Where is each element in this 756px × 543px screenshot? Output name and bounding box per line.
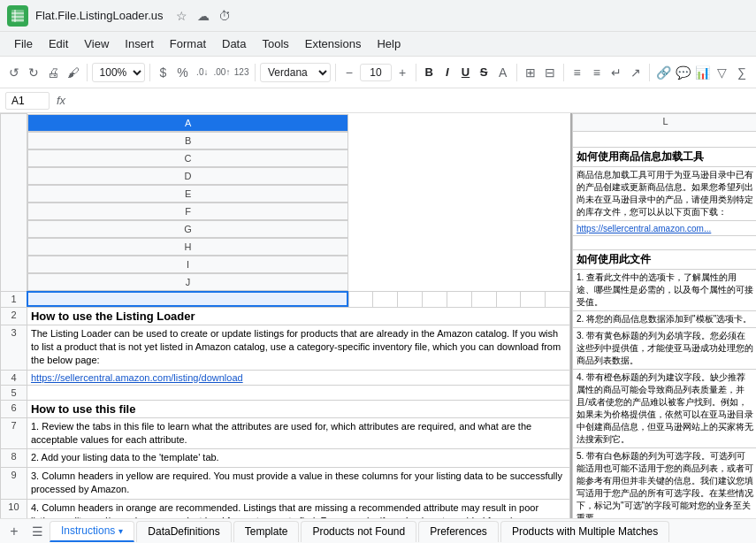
cell-a9-text: 3. Column headers in yellow are required…	[31, 470, 566, 497]
row-8: 8 2. Add your listing data to the 'templ…	[1, 449, 570, 467]
filter-button[interactable]: ▽	[714, 61, 731, 84]
comment-button[interactable]: 💬	[674, 61, 691, 84]
col-header-J[interactable]: J	[27, 273, 348, 291]
separator-4	[335, 64, 336, 81]
tab-preferences[interactable]: Preferences ▾	[418, 521, 499, 542]
align-left-button[interactable]: ≡	[569, 61, 586, 84]
right-r4-link[interactable]: https://sellercentral.amazon.com...	[577, 224, 711, 233]
text-rotate-button[interactable]: ↗	[627, 61, 645, 84]
cloud-icon[interactable]: ☁	[195, 8, 211, 24]
menu-help[interactable]: Help	[370, 34, 408, 53]
text-wrap-button[interactable]: ↵	[607, 61, 625, 84]
right-row-10: 4. 带有橙色标题的列为建议字段。缺少推荐属性的商品可能会导致商品列表质量差，并…	[573, 370, 757, 448]
sheet-list-button[interactable]: ☰	[27, 522, 48, 541]
tab-datadefinitions-label: DataDefinitions	[148, 525, 219, 538]
right-r7-text: 1. 查看此文件中的选项卡，了解属性的用途、哪些属性是必需的，以及每个属性的可接…	[577, 272, 754, 309]
decimal-decrease-button[interactable]: .0↓	[194, 61, 211, 84]
currency-button[interactable]: $	[154, 61, 172, 84]
right-r9-text: 3. 带有黄色标题的列为必填字段。您必须在这些列中提供值，才能使亚马逊成功处理您…	[577, 330, 754, 367]
separator-5	[416, 64, 416, 81]
tab-instructions[interactable]: Instructions ▾	[50, 521, 134, 542]
font-select[interactable]: Verdana Arial Times New Roman	[260, 63, 331, 82]
cell-a1[interactable]	[27, 291, 348, 307]
cell-a3-text: The Listing Loader can be used to create…	[31, 327, 566, 368]
cell-a3[interactable]: The Listing Loader can be used to create…	[27, 325, 569, 370]
title-bar: Flat.File.ListingLoader.us ☆ ☁ ⏱	[0, 0, 756, 32]
tab-products-multiple-matches[interactable]: Products with Multiple Matches ▾	[500, 521, 669, 542]
col-header-D[interactable]: D	[27, 167, 348, 185]
right-r2-text: 如何使用商品信息加载工具	[577, 150, 704, 163]
border-button[interactable]: ⊞	[521, 61, 538, 84]
row-4: 4 https://sellercentral.amazon.com/listi…	[1, 370, 570, 385]
zoom-select[interactable]: 100% 75% 50%	[92, 63, 145, 82]
cell-a7[interactable]: 1. Review the tabs in this file to learn…	[27, 417, 569, 449]
col-header-B[interactable]: B	[27, 132, 348, 149]
col-header-E[interactable]: E	[27, 185, 348, 203]
menu-edit[interactable]: Edit	[42, 34, 75, 53]
function-button[interactable]: ∑	[733, 61, 751, 84]
col-header-H[interactable]: H	[27, 238, 348, 256]
font-size-increase-button[interactable]: +	[393, 61, 411, 84]
col-header-G[interactable]: G	[27, 220, 348, 238]
cell-a9[interactable]: 3. Column headers in yellow are required…	[27, 467, 569, 499]
cell-a10[interactable]: 4. Column headers in orange are recommen…	[27, 499, 569, 518]
right-row-11: 5. 带有白色标题的列为可选字段。可选列可能适用也可能不适用于您的商品列表，或者…	[573, 448, 757, 519]
col-header-A[interactable]: A	[27, 114, 348, 132]
menu-tools[interactable]: Tools	[255, 34, 295, 53]
sheet-tabs-bar: + ☰ Instructions ▾ DataDefinitions ▾ Tem…	[0, 518, 756, 543]
font-size-input[interactable]	[360, 64, 392, 81]
cell-a4[interactable]: https://sellercentral.amazon.com/listing…	[27, 370, 569, 385]
menu-format[interactable]: Format	[163, 34, 213, 53]
right-row-7: 1. 查看此文件中的选项卡，了解属性的用途、哪些属性是必需的，以及每个属性的可接…	[573, 270, 757, 311]
redo-button[interactable]: ↻	[25, 61, 42, 84]
menu-extensions[interactable]: Extensions	[298, 34, 369, 53]
row-num-8: 8	[1, 449, 27, 467]
right-row-5	[573, 236, 757, 250]
paint-format-button[interactable]: 🖌	[65, 61, 82, 84]
cell-a6[interactable]: How to use this file	[27, 400, 569, 417]
cell-reference-input[interactable]	[5, 92, 50, 110]
menu-file[interactable]: File	[7, 34, 40, 53]
col-header-I[interactable]: I	[27, 256, 348, 273]
tab-products-multiple-matches-label: Products with Multiple Matches	[512, 525, 658, 538]
bold-button[interactable]: B	[421, 62, 438, 83]
tab-products-not-found[interactable]: Products not Found ▾	[301, 521, 416, 542]
history-icon[interactable]: ⏱	[217, 8, 233, 24]
chart-button[interactable]: 📊	[694, 61, 712, 84]
cell-a4-link[interactable]: https://sellercentral.amazon.com/listing…	[31, 372, 243, 383]
add-sheet-button[interactable]: +	[4, 522, 25, 541]
col-header-F[interactable]: F	[27, 203, 348, 220]
link-button[interactable]: 🔗	[654, 61, 672, 84]
print-button[interactable]: 🖨	[44, 61, 62, 84]
right-panel-grid: L 如何使用商品信息加载工具	[572, 113, 756, 518]
strikethrough-button[interactable]: S	[476, 62, 493, 83]
menu-view[interactable]: View	[77, 34, 116, 53]
menu-insert[interactable]: Insert	[118, 34, 161, 53]
cell-a10-text: 4. Column headers in orange are recommen…	[31, 501, 566, 518]
tab-template[interactable]: Template ▾	[233, 521, 300, 542]
decimal-increase-button[interactable]: .00↑	[213, 61, 231, 84]
formula-bar: fx	[0, 88, 756, 113]
font-size-decrease-button[interactable]: −	[340, 61, 358, 84]
corner-cell	[1, 114, 27, 292]
formula-input[interactable]	[73, 93, 751, 109]
underline-button[interactable]: U	[457, 62, 474, 83]
merge-button[interactable]: ⊟	[541, 61, 559, 84]
text-color-button[interactable]: A	[493, 61, 511, 84]
number-format-button[interactable]: 123	[233, 61, 250, 84]
undo-button[interactable]: ↺	[5, 61, 23, 84]
tab-datadefinitions[interactable]: DataDefinitions ▾	[136, 521, 231, 542]
italic-button[interactable]: I	[439, 62, 456, 83]
col-header-C[interactable]: C	[27, 149, 348, 167]
right-col-header-L[interactable]: L	[573, 114, 757, 132]
percent-button[interactable]: %	[174, 61, 192, 84]
cell-a2[interactable]: How to use the Listing Loader	[27, 307, 569, 325]
right-r6-text: 如何使用此文件	[577, 253, 651, 265]
separator-6	[516, 64, 517, 81]
fx-label: fx	[53, 94, 69, 107]
menu-data[interactable]: Data	[215, 34, 253, 53]
cell-a6-text: How to use this file	[31, 402, 135, 416]
cell-a8[interactable]: 2. Add your listing data to the 'templat…	[27, 449, 569, 467]
align-center-button[interactable]: ≡	[588, 61, 606, 84]
star-icon[interactable]: ☆	[174, 8, 190, 24]
